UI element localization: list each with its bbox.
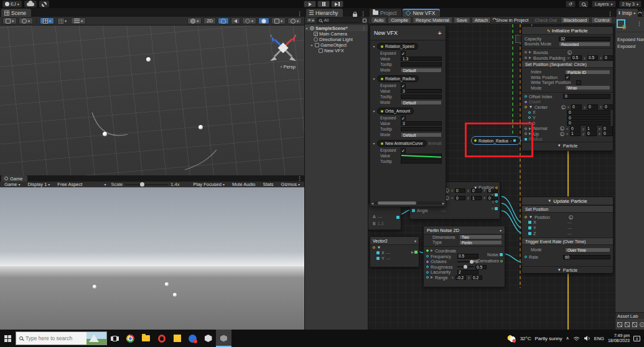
update-particle-node[interactable]: ▼Update Particle Set Position ▼PositionL… [521, 197, 614, 274]
mode-dropdown[interactable]: Wrap [565, 85, 610, 90]
camera-dropdown[interactable]: ▾ [271, 17, 286, 24]
foldout-icon[interactable]: ▾ [305, 26, 309, 30]
chevron-down-icon[interactable]: ▾ [500, 228, 502, 233]
scale-slider-handle[interactable] [140, 182, 144, 187]
y-field[interactable]: 0 [567, 116, 610, 121]
draw-mode-dropdown[interactable]: ▾ [187, 17, 202, 24]
hierarchy-item-gameobject[interactable]: ▾GameObject [305, 42, 368, 48]
octaves-slider[interactable] [457, 261, 474, 262]
kebab-menu-icon[interactable]: ⋮ [360, 26, 368, 31]
play-focused-dropdown[interactable]: Play Focused▾ [190, 181, 226, 188]
position-output-port[interactable]: ▼Position [474, 185, 498, 190]
tab-scene[interactable]: Scene [1, 9, 31, 17]
weather-temp[interactable]: 32°C [520, 336, 531, 341]
center-z[interactable]: 0 [604, 104, 614, 109]
noise-output-port[interactable]: Noise [487, 252, 503, 257]
search-input[interactable] [26, 335, 77, 341]
taskbar-opera[interactable] [154, 330, 169, 347]
vector2-input-port[interactable] [373, 246, 375, 249]
normal-z[interactable]: 0 [602, 126, 613, 131]
vfx-graph-canvas[interactable]: L x0 y0 z0 L x0 y1 z0 ▼Position x y z An… [368, 24, 615, 330]
stats-toggle[interactable]: Stats [260, 181, 276, 188]
pause-button[interactable] [317, 1, 330, 7]
chevron-down-icon[interactable]: ▾ [414, 239, 416, 243]
vector-x-field[interactable]: 0 [455, 188, 465, 193]
value-field[interactable]: 3 [401, 121, 442, 126]
mode-dropdown[interactable]: Default [401, 100, 442, 105]
network-icon[interactable] [573, 336, 580, 341]
offset-index-input-port[interactable] [525, 95, 527, 98]
control-toggle[interactable]: Control [591, 17, 612, 24]
game-gizmos-dropdown[interactable]: Gizmos▾ [279, 181, 302, 188]
count-input-port[interactable] [525, 101, 527, 103]
up-z[interactable]: 0 [602, 131, 613, 136]
create-object-button[interactable]: +▾ [306, 17, 315, 23]
notification-center-icon[interactable]: 3 [633, 336, 640, 341]
gizmos-dropdown[interactable]: ▾ [287, 17, 302, 24]
search-button[interactable] [579, 1, 589, 7]
vector-x-field[interactable]: 0 [455, 196, 465, 201]
range-y-field[interactable]: 0.2 [472, 275, 482, 280]
kebab-menu-icon[interactable]: ⋮ [358, 11, 368, 17]
param-rotation-speed[interactable]: ▾Rotation_Speed [370, 42, 446, 50]
center-x[interactable]: 0 [571, 104, 582, 109]
write-target-position-checkbox[interactable] [576, 80, 581, 85]
hierarchy-search-input[interactable]: All [317, 17, 362, 23]
normal-y[interactable]: 1 [586, 126, 597, 131]
foldout-icon[interactable]: ▾ [372, 109, 376, 113]
x-input-port[interactable] [528, 221, 531, 224]
rate-field[interactable]: 60 [563, 255, 610, 260]
hidden-icons-chevron[interactable]: ∧ [566, 336, 569, 341]
hierarchy-item-main-camera[interactable]: Main Camera [305, 31, 368, 37]
compile-button[interactable]: Compile [388, 17, 411, 24]
kebab-menu-icon[interactable]: ⋮ [635, 21, 644, 27]
scene-orientation-gizmo[interactable]: z x [267, 32, 299, 64]
position-x-output-port[interactable]: x [492, 193, 498, 197]
volume-icon[interactable] [584, 335, 590, 341]
roughness-slider[interactable] [457, 266, 474, 267]
center-input-port[interactable] [525, 106, 527, 108]
label-icon[interactable] [632, 322, 637, 327]
capacity-field[interactable]: 32 [559, 37, 610, 42]
normal-x[interactable]: 0 [570, 126, 581, 131]
hierarchy-item-directional-light[interactable]: Directional Light [305, 37, 368, 42]
save-button[interactable]: Save [454, 17, 470, 24]
set-position-block-header[interactable]: Set Position (Sequential: Circle) [522, 60, 613, 68]
scroll-left-arrow-icon[interactable]: ◂ [371, 201, 373, 205]
tooltip-field[interactable] [401, 62, 442, 67]
scene-viewport[interactable]: z x ‹ Persp [0, 25, 304, 175]
lacunarity-input-port[interactable] [426, 271, 429, 274]
layers-dropdown[interactable]: Layers▾ [592, 1, 616, 7]
tab-inspector[interactable]: ℹInsp▸ [617, 9, 638, 17]
grid-snap-dropdown[interactable]: ▾ [40, 17, 54, 24]
bounds-padding-z[interactable]: 0 [604, 55, 614, 60]
scale-slider[interactable] [125, 184, 168, 185]
range-input-port[interactable] [426, 276, 429, 279]
weather-desc[interactable]: Partly sunny [535, 336, 562, 341]
assetbundle-icon[interactable] [617, 322, 622, 327]
z-input-port[interactable] [528, 232, 531, 235]
foldout-icon[interactable]: ▾ [372, 141, 376, 146]
up-y[interactable]: 0 [586, 131, 597, 136]
step-button[interactable] [331, 1, 343, 7]
exposed-checkbox[interactable]: ✓ [401, 51, 406, 56]
clock[interactable]: 7:49 pm18/08/2023 [608, 333, 630, 343]
roughness-input-port[interactable] [426, 266, 429, 268]
taskbar-sticky-notes[interactable] [169, 330, 185, 347]
undo-history-button[interactable]: ↺ [566, 1, 576, 7]
position-input-port[interactable] [525, 216, 527, 218]
show-in-project-button[interactable]: Show in Project [493, 17, 531, 24]
start-button[interactable] [0, 330, 16, 347]
position-z-output-port[interactable]: z [492, 206, 498, 210]
tooltip-field[interactable] [401, 127, 442, 132]
space-local-icon[interactable]: L [561, 105, 566, 109]
trigger-mode-dropdown[interactable]: Over Time [565, 248, 610, 252]
write-position-checkbox[interactable]: ✓ [565, 75, 570, 80]
value-field[interactable]: 3 [401, 89, 442, 94]
octaves-input-port[interactable] [426, 261, 429, 263]
y-input-port[interactable] [376, 257, 380, 260]
display-dropdown[interactable]: Display 1▾ [25, 181, 52, 188]
dimensions-dropdown[interactable]: Two [459, 234, 502, 239]
space-local-icon[interactable]: L [560, 126, 564, 131]
effects-dropdown[interactable]: ▾ [242, 17, 256, 24]
